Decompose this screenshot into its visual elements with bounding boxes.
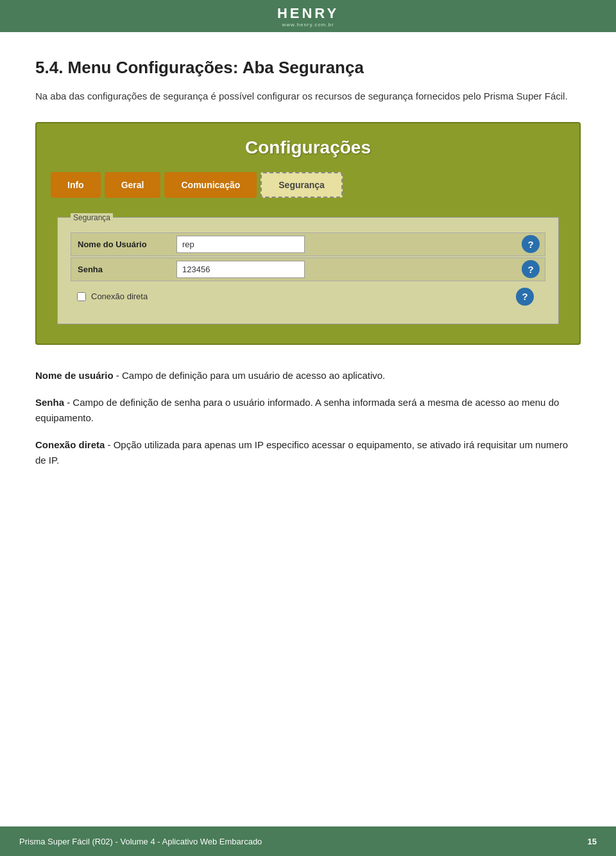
desc-password-term: Senha <box>35 397 64 408</box>
security-fieldset: Segurança Nome do Usuário ? Senha ? Cone… <box>57 213 559 324</box>
conexao-direta-checkbox[interactable] <box>77 292 86 301</box>
username-input[interactable] <box>176 236 305 253</box>
desc-password-text: - Campo de definição de senha para o usu… <box>35 397 559 423</box>
desc-username-text: - Campo de definição para um usuário de … <box>114 370 386 381</box>
desc-conexao-text: - Opção utilizada para apenas um IP espe… <box>35 439 568 466</box>
tab-seguranca[interactable]: Segurança <box>261 172 343 198</box>
main-content: 5.4. Menu Configurações: Aba Segurança N… <box>0 32 616 531</box>
desc-conexao-term: Conexão direta <box>35 439 105 450</box>
checkbox-label: Conexão direta <box>91 292 148 301</box>
desc-password: Senha - Campo de definição de senha para… <box>35 395 581 426</box>
tab-geral[interactable]: Geral <box>105 172 161 198</box>
desc-username-term: Nome de usuário <box>35 370 114 381</box>
config-panel: Configurações Info Geral Comunicação Seg… <box>35 122 581 345</box>
password-label: Senha <box>71 259 174 279</box>
tab-comunicacao[interactable]: Comunicação <box>164 172 257 198</box>
logo: HENRY www.henry.com.br <box>277 5 339 28</box>
intro-text: Na aba das configurações de segurança é … <box>35 89 581 104</box>
footer-text: Prisma Super Fácil (R02) - Volume 4 - Ap… <box>19 837 262 846</box>
logo-sub: www.henry.com.br <box>282 22 334 28</box>
footer-page: 15 <box>588 837 597 846</box>
tabs-bar: Info Geral Comunicação Segurança <box>51 172 565 198</box>
checkbox-help-icon[interactable]: ? <box>516 288 534 306</box>
fieldset-legend: Segurança <box>71 213 113 222</box>
config-title: Configurações <box>51 137 565 158</box>
header: HENRY www.henry.com.br <box>0 0 616 32</box>
password-input[interactable] <box>176 261 305 278</box>
username-row: Nome do Usuário ? <box>71 232 545 256</box>
username-help-icon[interactable]: ? <box>522 235 540 253</box>
password-row: Senha ? <box>71 258 545 281</box>
desc-conexao: Conexão direta - Opção utilizada para ap… <box>35 437 581 468</box>
tab-info[interactable]: Info <box>51 172 101 198</box>
desc-username: Nome de usuário - Campo de definição par… <box>35 368 581 383</box>
password-help-icon[interactable]: ? <box>522 260 540 278</box>
username-label: Nome do Usuário <box>71 234 174 254</box>
checkbox-row: Conexão direta ? <box>71 283 545 311</box>
page-title: 5.4. Menu Configurações: Aba Segurança <box>35 58 581 78</box>
footer: Prisma Super Fácil (R02) - Volume 4 - Ap… <box>0 826 616 856</box>
logo-text: HENRY <box>277 5 339 22</box>
